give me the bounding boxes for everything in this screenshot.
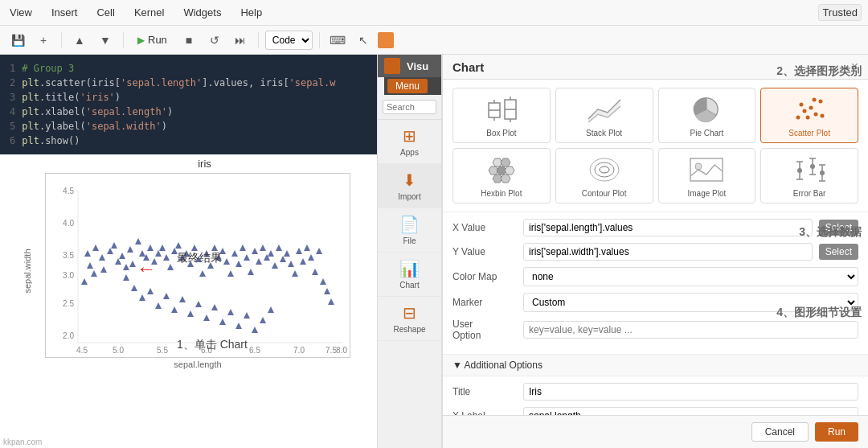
chart-type-box[interactable]: Box Plot	[452, 88, 551, 143]
right-area: Visu Menu ⊞ Apps ⬇ Import 📄 File 📊	[378, 55, 868, 448]
svg-marker-59	[252, 248, 258, 254]
stack-plot-icon	[585, 93, 624, 125]
chart-type-grid: Box Plot Stack Plot	[443, 80, 868, 212]
arrow-icon: ←	[137, 257, 156, 280]
box-plot-label: Box Plot	[486, 129, 516, 138]
svg-marker-88	[195, 301, 202, 307]
svg-marker-65	[276, 245, 282, 251]
x-value-label: X Value	[452, 222, 517, 233]
svg-marker-97	[268, 306, 274, 313]
chart-type-stack[interactable]: Stack Plot	[555, 88, 653, 143]
error-bar-label: Error Bar	[793, 189, 826, 198]
svg-marker-96	[260, 317, 266, 323]
sidebar-search-container	[378, 95, 441, 120]
x-value-input[interactable]	[523, 219, 813, 236]
svg-text:4.0: 4.0	[63, 219, 74, 228]
chart-type-hexbin[interactable]: Hexbin Plot	[452, 148, 551, 203]
chart-type-scatter[interactable]: Scatter Plot	[760, 88, 858, 143]
svg-marker-63	[268, 250, 274, 257]
run-button[interactable]: ▶ Run	[130, 31, 174, 48]
svg-point-112	[814, 113, 818, 117]
image-plot-label: Image Plot	[687, 189, 726, 198]
add-cell-icon[interactable]: +	[32, 29, 55, 51]
svg-text:5.5: 5.5	[157, 346, 168, 355]
sidebar-import-label: Import	[398, 192, 420, 201]
fast-forward-icon[interactable]: ⏭	[229, 29, 252, 51]
svg-marker-64	[272, 262, 278, 269]
run-button-dialog[interactable]: Run	[815, 422, 858, 442]
code-line-6: 6plt.show()	[10, 134, 367, 148]
stop-icon[interactable]: ■	[178, 29, 200, 51]
code-cell[interactable]: 1# Group 3 2plt.scatter(iris['sepal.leng…	[0, 55, 377, 154]
svg-marker-18	[99, 254, 105, 261]
save-icon[interactable]: 💾	[6, 29, 29, 51]
reshape-icon: ⊟	[403, 303, 416, 323]
cell-type-select[interactable]: Code	[265, 31, 313, 50]
svg-marker-84	[163, 293, 170, 299]
menu-view[interactable]: View	[6, 5, 35, 20]
menu-cell[interactable]: Cell	[93, 5, 117, 20]
menu-kernel[interactable]: Kernel	[131, 5, 168, 20]
cancel-button[interactable]: Cancel	[751, 422, 809, 442]
move-up-icon[interactable]: ▲	[68, 29, 91, 51]
sidebar-item-chart[interactable]: 📊 Chart	[378, 253, 441, 297]
svg-text:8.0: 8.0	[336, 346, 347, 355]
file-icon: 📄	[399, 215, 420, 234]
step4-annotation: 4、图形细节设置	[776, 306, 862, 320]
svg-marker-29	[135, 238, 141, 245]
svg-point-132	[797, 168, 802, 173]
chart-type-contour[interactable]: Contour Plot	[555, 148, 653, 203]
svg-marker-118	[501, 158, 510, 166]
svg-point-125	[595, 162, 614, 177]
svg-marker-20	[107, 248, 113, 254]
user-option-input[interactable]	[523, 321, 858, 339]
svg-marker-73	[308, 254, 314, 261]
step2-annotation: 2、选择图形类别	[776, 64, 862, 79]
svg-marker-46	[199, 270, 206, 277]
orange-indicator	[378, 32, 394, 48]
marker-label: Marker	[452, 297, 517, 308]
run-icon: ▶	[137, 35, 145, 46]
svg-marker-78	[328, 298, 334, 305]
scatter-plot-icon	[790, 93, 829, 125]
sidebar-item-reshape[interactable]: ⊟ Reshape	[378, 297, 441, 341]
svg-marker-95	[252, 327, 258, 333]
chart-type-pie[interactable]: Pie Chart	[658, 88, 756, 143]
title-input[interactable]	[523, 383, 858, 401]
result-annotation: 最终结果	[177, 251, 222, 265]
move-down-icon[interactable]: ▼	[94, 29, 117, 51]
keyboard-icon[interactable]: ⌨	[326, 29, 349, 51]
y-value-input[interactable]	[523, 243, 813, 261]
visuplot-title: Visu	[407, 60, 428, 72]
title-row: Title	[452, 383, 858, 401]
menu-help[interactable]: Help	[237, 5, 265, 20]
svg-marker-16	[84, 250, 91, 257]
svg-marker-34	[155, 250, 162, 257]
svg-marker-30	[139, 250, 145, 257]
chart-type-errorbar[interactable]: Error Bar	[760, 148, 858, 203]
svg-marker-92	[227, 309, 234, 315]
color-map-select[interactable]: none	[523, 267, 858, 286]
step3-annotation: 3、选择数据	[799, 225, 862, 240]
search-input[interactable]	[383, 100, 436, 114]
chart-type-image[interactable]: Image Plot	[658, 148, 756, 203]
svg-marker-81	[139, 294, 145, 301]
toolbar-separator-4	[319, 32, 320, 48]
menu-insert[interactable]: Insert	[48, 5, 81, 20]
import-icon: ⬇	[403, 171, 416, 190]
code-line-5: 5plt.ylabel('sepal.width')	[10, 119, 367, 134]
sidebar-item-file[interactable]: 📄 File	[378, 208, 441, 253]
menu-widgets[interactable]: Widgets	[180, 5, 224, 20]
trusted-badge: Trusted	[818, 4, 862, 21]
svg-marker-57	[244, 254, 250, 261]
visuplot-tabs: Menu	[384, 77, 441, 95]
cursor-icon[interactable]: ↖	[352, 29, 375, 51]
visuplot-menu-tab[interactable]: Menu	[387, 79, 428, 93]
y-select-button[interactable]: Select	[819, 244, 858, 260]
sidebar-item-apps[interactable]: ⊞ Apps	[378, 120, 441, 164]
svg-marker-32	[147, 245, 154, 251]
additional-options-header[interactable]: ▼ Additional Options	[443, 354, 868, 376]
svg-marker-83	[155, 302, 162, 309]
sidebar-item-import[interactable]: ⬇ Import	[378, 164, 441, 208]
restart-icon[interactable]: ↺	[203, 29, 226, 51]
